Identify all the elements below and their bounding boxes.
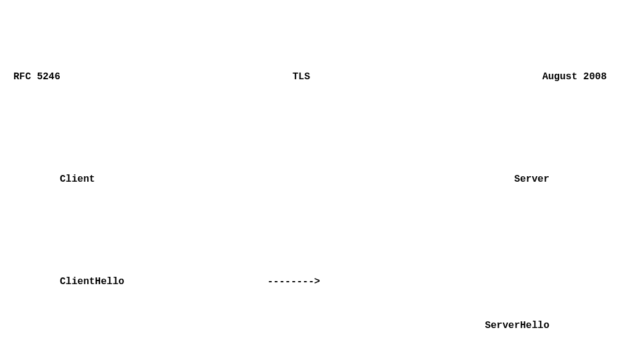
diagram-header-row: Client Server xyxy=(60,172,612,187)
diagram-row: ServerHello xyxy=(60,318,612,333)
client-msg: ClientHello xyxy=(60,274,267,289)
server-header: Server xyxy=(359,172,554,187)
diagram-spacer xyxy=(60,216,612,230)
diagram-row: ClientHello --------> xyxy=(60,274,612,289)
rfc-title: TLS xyxy=(292,70,310,84)
server-msg: ServerHello xyxy=(359,318,554,333)
client-msg xyxy=(60,318,267,333)
rfc-header: RFC 5246 TLS August 2008 xyxy=(13,70,612,84)
arrow xyxy=(267,318,359,333)
server-msg xyxy=(359,274,554,289)
rfc-number: RFC 5246 xyxy=(13,70,60,84)
arrow-header-spacer xyxy=(267,172,359,187)
client-header: Client xyxy=(60,172,267,187)
rfc-date: August 2008 xyxy=(542,70,607,84)
arrow: --------> xyxy=(267,274,359,289)
handshake-diagram: Client Server ClientHello --------> Serv… xyxy=(60,143,612,364)
